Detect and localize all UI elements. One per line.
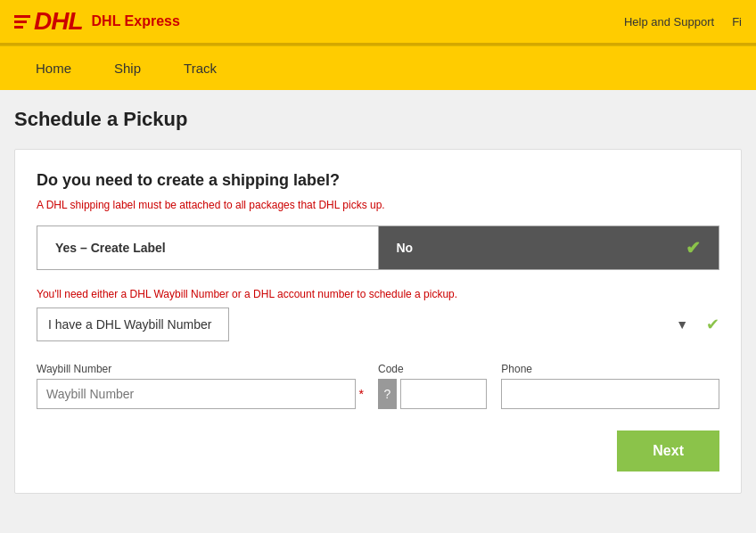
dropdown-wrapper: I have a DHL Waybill Number I have a DHL… [37,308,699,341]
waybill-type-select[interactable]: I have a DHL Waybill Number I have a DHL… [37,308,229,341]
no-selected-checkmark: ✔ [686,237,701,258]
header: DHL DHL Express Help and Support Fi [0,0,756,45]
page-title: Schedule a Pickup [14,108,742,131]
logo-area: DHL DHL Express [14,7,180,36]
brand-name: DHL Express [92,13,180,29]
dhl-logo: DHL [14,7,83,36]
phone-input[interactable] [501,379,719,409]
waybill-input-row: * [37,379,364,409]
nav-track[interactable]: Track [162,46,238,90]
code-input-row: ? [378,379,487,409]
code-input[interactable] [400,379,487,409]
no-label-text: No [397,241,414,255]
form-actions: Next [37,430,719,472]
dropdown-desc: You'll need either a DHL Waybill Number … [37,288,719,300]
waybill-input[interactable] [37,379,356,409]
dropdown-arrow-icon: ▼ [676,317,688,332]
waybill-label: Waybill Number [37,363,364,375]
form-card: Do you need to create a shipping label? … [14,149,742,494]
dropdown-valid-checkmark: ✔ [706,315,719,334]
yes-create-label-button[interactable]: Yes – Create Label [37,226,378,270]
waybill-field-group: Waybill Number * [37,363,364,409]
label-toggle-group: Yes – Create Label No ✔ [37,226,719,270]
label-section: Do you need to create a shipping label? … [37,171,719,270]
dhl-line-3 [14,26,23,29]
form-fields-row: Waybill Number * Code ? Phone [37,363,719,409]
dhl-logo-text: DHL [34,7,83,36]
no-label-button[interactable]: No ✔ [378,226,720,270]
dhl-lines-decoration [14,15,30,29]
page-content: Schedule a Pickup Do you need to create … [0,90,756,512]
dropdown-row: I have a DHL Waybill Number I have a DHL… [37,308,719,341]
required-star: * [359,387,364,401]
main-nav: Home Ship Track [0,45,756,90]
section-title: Do you need to create a shipping label? [37,171,719,190]
help-support-link[interactable]: Help and Support [624,15,714,29]
code-label: Code [378,363,487,375]
dhl-line-1 [14,15,30,18]
code-help-button[interactable]: ? [378,379,397,409]
next-button[interactable]: Next [617,430,719,472]
code-field-group: Code ? [378,363,487,409]
dhl-line-2 [14,20,27,23]
section-desc: A DHL shipping label must be attached to… [37,199,719,211]
nav-ship[interactable]: Ship [93,46,162,90]
header-links: Help and Support Fi [624,15,742,29]
fi-link[interactable]: Fi [732,15,742,29]
waybill-section: You'll need either a DHL Waybill Number … [37,288,719,409]
phone-field-group: Phone [501,363,719,409]
nav-home[interactable]: Home [14,46,93,90]
phone-label: Phone [501,363,719,375]
